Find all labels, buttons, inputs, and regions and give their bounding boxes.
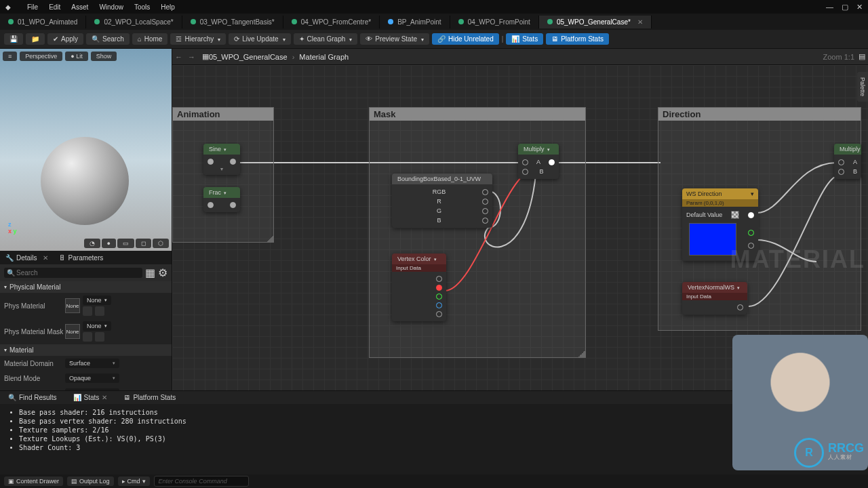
browse-icon[interactable] (95, 306, 104, 316)
console-input[interactable]: Enter Console Command (154, 476, 249, 487)
input-pin-a[interactable] (838, 159, 844, 165)
tab-platform-stats[interactable]: 🖥Platform Stats (119, 392, 180, 403)
resize-handle[interactable] (578, 350, 585, 357)
shading-model-dropdown[interactable]: Default Lit (65, 388, 119, 390)
close-icon[interactable]: ✕ (637, 18, 643, 26)
perspective-dropdown[interactable]: Perspective (20, 52, 62, 61)
close-button[interactable]: ✕ (856, 3, 863, 12)
browse-button[interactable]: 📁 (26, 33, 45, 45)
close-icon[interactable]: ✕ (43, 254, 48, 262)
tab-find-results[interactable]: 🔍Find Results (4, 392, 61, 403)
output-pin-rgba[interactable] (436, 276, 442, 282)
asset-dropdown[interactable]: None (83, 296, 111, 305)
menu-window[interactable]: Window (99, 3, 123, 11)
output-pin-g[interactable] (482, 208, 488, 214)
asset-dropdown[interactable]: None (83, 321, 111, 331)
menu-help[interactable]: Help (161, 3, 175, 11)
tab-03[interactable]: 03_WPO_TangentBasis* (182, 16, 283, 28)
menu-edit[interactable]: Edit (49, 3, 60, 11)
tab-bp[interactable]: BP_AnimPoint (380, 16, 450, 28)
tab-parameters[interactable]: 🎚Parameters (54, 253, 109, 263)
maximize-button[interactable]: ▢ (842, 3, 848, 12)
palette-icon[interactable]: ▤ (859, 52, 865, 61)
output-pin-r[interactable] (482, 199, 488, 205)
sphere-icon[interactable]: ● (102, 239, 116, 248)
custom-icon[interactable]: ⬡ (153, 239, 169, 248)
cylinder-icon[interactable]: ◔ (84, 239, 100, 248)
tab-04[interactable]: 04_WPO_FromCentre* (283, 16, 380, 28)
cmd-dropdown[interactable]: ▸Cmd ▾ (118, 476, 150, 486)
output-pin[interactable] (737, 304, 743, 310)
input-pin[interactable] (208, 159, 214, 165)
tab-01[interactable]: 01_WPO_Animated (0, 16, 86, 28)
output-pin-a[interactable] (436, 311, 442, 317)
color-swatch[interactable] (689, 223, 736, 256)
save-button[interactable]: 💾 (4, 33, 23, 45)
node-boundingbox[interactable]: BoundingBoxBased_0-1_UVW RGB R G B (392, 174, 492, 228)
node-vertex-color[interactable]: Vertex Color Input Data (392, 253, 446, 321)
expand-icon[interactable]: ▾ (208, 166, 236, 172)
blend-mode-dropdown[interactable]: Opaque (65, 373, 119, 383)
output-pin-g[interactable] (436, 293, 442, 300)
menu-tools[interactable]: Tools (134, 3, 150, 11)
input-pin-b[interactable] (838, 169, 844, 175)
stats-toggle[interactable]: 📊Stats (506, 33, 543, 45)
tab-stats[interactable]: 📊Stats✕ (69, 392, 112, 403)
cleangraph-button[interactable]: ✦Clean Graph (294, 33, 358, 45)
tab-04b[interactable]: 04_WPO_FromPoint (450, 16, 539, 28)
material-domain-dropdown[interactable]: Surface (65, 359, 119, 368)
input-pin-b[interactable] (522, 169, 528, 175)
use-icon[interactable] (83, 332, 92, 342)
input-pin[interactable] (208, 202, 214, 208)
content-drawer-button[interactable]: ▣Content Drawer (4, 476, 63, 486)
input-pin-a[interactable] (522, 159, 528, 165)
search-button[interactable]: 🔍Search (86, 33, 130, 45)
output-pin-rgb[interactable] (482, 189, 488, 195)
node-sine[interactable]: Sine ▾ (203, 144, 240, 175)
output-pin[interactable] (230, 202, 236, 208)
plane-icon[interactable]: ▭ (117, 239, 134, 248)
node-vertex-normal[interactable]: VertexNormalWS Input Data (682, 282, 747, 314)
menu-asset[interactable]: Asset (71, 3, 88, 11)
color-swatch-small[interactable] (731, 211, 739, 219)
hideunrelated-button[interactable]: 🔗Hide Unrelated (432, 33, 499, 45)
output-pin-rgb[interactable] (748, 230, 754, 236)
section-material[interactable]: Material (0, 344, 172, 356)
output-log-button[interactable]: ▤Output Log (67, 476, 114, 486)
previewstate-button[interactable]: 👁Preview State (360, 33, 429, 45)
cube-icon[interactable]: ◻ (136, 239, 151, 248)
apply-button[interactable]: ✔Apply (47, 33, 83, 45)
node-multiply-mask[interactable]: Multiply A B (518, 144, 559, 179)
nav-back-button[interactable]: ← (175, 53, 182, 61)
browse-icon[interactable] (95, 332, 104, 342)
home-button[interactable]: ⌂Home (132, 33, 168, 45)
hierarchy-button[interactable]: ☲Hierarchy (170, 33, 226, 45)
grid-icon[interactable]: ▦ (145, 266, 155, 279)
tab-details[interactable]: 🔧Details✕ (0, 253, 54, 263)
output-pin-r[interactable] (436, 285, 442, 291)
use-icon[interactable] (83, 306, 92, 316)
breadcrumb-asset[interactable]: 05_WPO_GeneralCase (209, 53, 288, 61)
platformstats-toggle[interactable]: 🖥Platform Stats (546, 33, 609, 45)
details-search-input[interactable] (4, 268, 142, 278)
liveupdate-button[interactable]: ⟳Live Update (229, 33, 290, 45)
output-pin[interactable] (748, 212, 754, 218)
node-frac[interactable]: Frac (203, 187, 240, 212)
resize-handle[interactable] (267, 235, 273, 242)
output-pin[interactable] (549, 159, 555, 165)
output-pin[interactable] (230, 159, 236, 165)
asset-thumbnail[interactable]: None (65, 298, 80, 313)
output-pin-b[interactable] (436, 302, 442, 308)
section-physical-material[interactable]: Physical Material (0, 281, 172, 293)
tab-02[interactable]: 02_WPO_LocalSpace* (86, 16, 182, 28)
show-dropdown[interactable]: Show (91, 52, 117, 61)
asset-thumbnail[interactable]: None (65, 324, 80, 339)
close-icon[interactable]: ✕ (102, 394, 107, 401)
menu-file[interactable]: File (27, 3, 38, 11)
nav-fwd-button[interactable]: → (188, 53, 195, 61)
minimize-button[interactable]: — (826, 3, 833, 12)
lit-dropdown[interactable]: ● Lit (65, 52, 87, 61)
output-pin-b[interactable] (482, 218, 488, 224)
preview-viewport[interactable]: ≡ Perspective ● Lit Show zx y ◔ ● ▭ ◻ ⬡ (0, 49, 172, 251)
node-multiply-direction[interactable]: Multiply A B (834, 144, 861, 179)
